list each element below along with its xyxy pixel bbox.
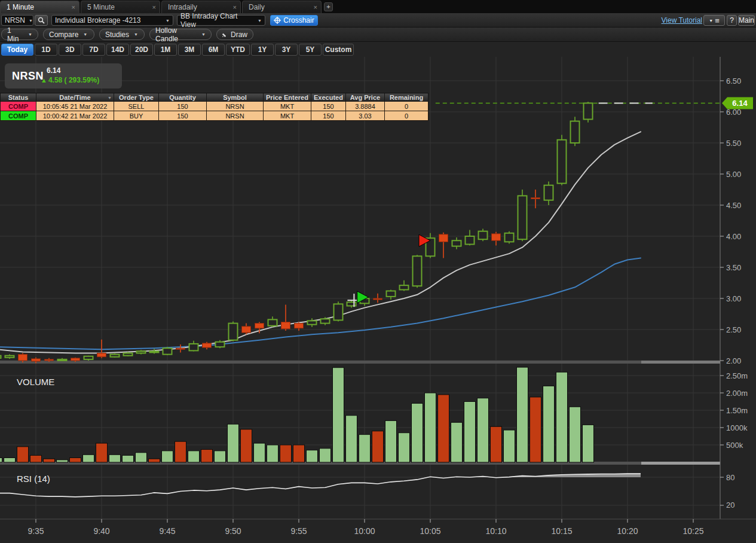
range-button-14d[interactable]: 14D bbox=[106, 44, 129, 56]
interval-select[interactable]: 1 Min ▼ bbox=[1, 29, 38, 40]
rsi-tick-label: 80 bbox=[726, 473, 734, 482]
studies-select-label: Studies bbox=[105, 30, 129, 39]
order-cell-executed: 150 bbox=[311, 102, 346, 111]
orders-col-status[interactable]: Status bbox=[1, 93, 36, 102]
symbol-select-value: NRSN bbox=[5, 16, 25, 25]
help-button[interactable]: ? bbox=[727, 15, 737, 26]
volume-tick-label: 1000k bbox=[726, 423, 748, 432]
time-range-bar: Today1D3D7D14D20D1M3M6MYTD1Y3Y5YCustom bbox=[0, 42, 756, 57]
close-icon[interactable]: × bbox=[314, 4, 317, 11]
candle-type-select-value: Hollow Candle bbox=[155, 26, 197, 43]
draw-button-label: Draw bbox=[231, 30, 247, 39]
price-tick-label: 4.00 bbox=[726, 232, 741, 241]
price-tick-label: 4.50 bbox=[726, 201, 741, 210]
orders-col-date-time[interactable]: Date/Time▼ bbox=[36, 93, 114, 102]
range-button-custom[interactable]: Custom bbox=[323, 44, 354, 56]
symbol-select[interactable]: NRSN ▼ bbox=[1, 15, 33, 26]
range-button-today[interactable]: Today bbox=[1, 44, 33, 56]
range-button-ytd[interactable]: YTD bbox=[226, 44, 250, 56]
order-row-buy[interactable]: COMP10:00:42 21 Mar 2022BUY150NRSNMKT150… bbox=[1, 111, 428, 121]
range-button-1d[interactable]: 1D bbox=[35, 44, 57, 56]
time-tick-label: 9:55 bbox=[290, 526, 307, 536]
chart-view-select[interactable]: BB Intraday Chart View ▼ bbox=[177, 15, 265, 26]
time-tick-label: 10:05 bbox=[420, 526, 440, 536]
orders-col-avg-price[interactable]: Avg Price bbox=[346, 93, 385, 102]
order-cell-quantity: 150 bbox=[159, 102, 207, 111]
volume-tick-label: 500k bbox=[726, 441, 743, 450]
tab-1-minute[interactable]: 1 Minute× bbox=[0, 1, 79, 13]
order-cell-avg-price: 3.03 bbox=[346, 111, 385, 121]
price-tick-label: 6.50 bbox=[726, 77, 741, 86]
main-toolbar: NRSN ▼ Individual Brokerage -4213 ▼ BB I… bbox=[0, 13, 756, 28]
chevron-down-icon: ▼ bbox=[162, 19, 170, 23]
orders-col-order-type[interactable]: Order Type bbox=[114, 93, 159, 102]
chevron-down-icon: ▼ bbox=[25, 19, 33, 23]
up-arrow-icon: ▲ bbox=[41, 77, 47, 84]
chevron-down-icon: ▼ bbox=[201, 32, 206, 36]
price-tick-label: 5.50 bbox=[726, 139, 741, 148]
time-tick-label: 10:15 bbox=[551, 526, 572, 536]
order-cell-symbol: NRSN bbox=[207, 102, 264, 111]
range-button-5y[interactable]: 5Y bbox=[299, 44, 322, 56]
close-icon[interactable]: × bbox=[152, 4, 156, 11]
crosshair-button[interactable]: Crosshair bbox=[270, 15, 318, 26]
tab-5-minute[interactable]: 5 Minute× bbox=[81, 1, 160, 13]
order-row-sell[interactable]: COMP10:05:45 21 Mar 2022SELL150NRSNMKT15… bbox=[1, 102, 428, 111]
search-icon bbox=[38, 17, 45, 24]
main-button[interactable]: Main bbox=[738, 15, 755, 26]
symbol-info-badge: NRSN 6.14 ▲4.58 ( 293.59%) bbox=[5, 63, 122, 89]
chevron-down-icon: ▼ bbox=[83, 32, 87, 36]
range-button-3d[interactable]: 3D bbox=[59, 44, 81, 56]
tab-intradaily[interactable]: Intradaily× bbox=[161, 1, 241, 13]
volume-tick-label: 1.50m bbox=[726, 406, 748, 415]
order-cell-order-type: BUY bbox=[114, 111, 159, 121]
tab-label: Intradaily bbox=[168, 3, 197, 11]
orders-col-price-entered[interactable]: Price Entered bbox=[264, 93, 311, 102]
menu-icon: ≡ bbox=[715, 16, 720, 25]
chart-menu-button[interactable]: ▼ ≡ bbox=[703, 15, 725, 26]
time-tick-label: 10:00 bbox=[354, 526, 375, 536]
order-cell-remaining: 0 bbox=[385, 111, 428, 121]
order-cell-datetime: 10:00:42 21 Mar 2022 bbox=[36, 111, 114, 121]
orders-col-remaining[interactable]: Remaining bbox=[385, 93, 428, 102]
compare-select[interactable]: Compare ▼ bbox=[43, 29, 94, 40]
orders-col-symbol[interactable]: Symbol bbox=[207, 93, 264, 102]
crosshair-button-label: Crosshair bbox=[283, 16, 314, 25]
time-tick-label: 9:45 bbox=[159, 526, 175, 536]
symbol-ticker: NRSN bbox=[12, 70, 44, 83]
range-button-20d[interactable]: 20D bbox=[130, 44, 153, 56]
candle-type-select[interactable]: Hollow Candle ▼ bbox=[149, 29, 212, 40]
tab-daily[interactable]: Daily× bbox=[242, 1, 322, 13]
rsi-panel-label: RSI (14) bbox=[17, 474, 50, 484]
symbol-search-button[interactable] bbox=[35, 15, 48, 26]
order-cell-executed: 150 bbox=[311, 111, 346, 121]
account-select-value: Individual Brokerage -4213 bbox=[55, 16, 140, 25]
orders-col-quantity[interactable]: Quantity bbox=[159, 93, 207, 102]
range-button-3m[interactable]: 3M bbox=[178, 44, 201, 56]
crosshair-icon bbox=[274, 17, 281, 24]
time-tick-label: 9:35 bbox=[27, 526, 44, 536]
price-tick-label: 2.50 bbox=[726, 325, 741, 334]
price-tick-label: 2.00 bbox=[726, 356, 741, 365]
draw-button[interactable]: Draw bbox=[216, 29, 253, 40]
close-icon[interactable]: × bbox=[233, 4, 237, 11]
range-button-1y[interactable]: 1Y bbox=[251, 44, 274, 56]
chevron-down-icon: ▼ bbox=[254, 19, 262, 23]
tab-label: 1 Minute bbox=[7, 3, 34, 11]
account-select[interactable]: Individual Brokerage -4213 ▼ bbox=[51, 15, 173, 26]
orders-table[interactable]: StatusDate/Time▼Order TypeQuantitySymbol… bbox=[0, 93, 428, 121]
range-button-3y[interactable]: 3Y bbox=[275, 44, 298, 56]
range-button-1m[interactable]: 1M bbox=[154, 44, 177, 56]
orders-col-executed[interactable]: Executed bbox=[311, 93, 346, 102]
price-change: ▲4.58 ( 293.59%) bbox=[41, 76, 99, 84]
volume-tick-label: 2.00m bbox=[726, 389, 748, 398]
range-button-6m[interactable]: 6M bbox=[202, 44, 225, 56]
price-change-value: 4.58 ( 293.59%) bbox=[48, 76, 99, 84]
range-button-7d[interactable]: 7D bbox=[82, 44, 105, 56]
close-icon[interactable]: × bbox=[72, 4, 75, 11]
view-tutorial-link[interactable]: View Tutorial bbox=[662, 16, 702, 25]
new-tab-button[interactable]: + bbox=[324, 2, 333, 11]
order-cell-quantity: 150 bbox=[159, 111, 207, 121]
studies-select[interactable]: Studies ▼ bbox=[99, 29, 145, 40]
volume-panel-label: VOLUME bbox=[17, 377, 54, 387]
